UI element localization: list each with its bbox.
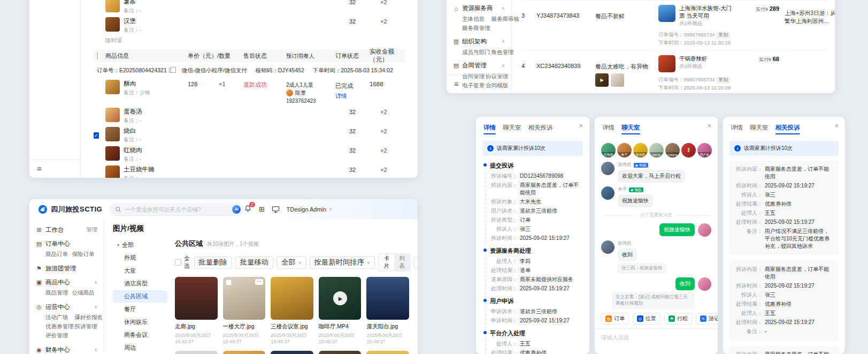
sidebar-group-title[interactable]: ▥组织架构∧ bbox=[453, 36, 505, 47]
file-card[interactable] bbox=[175, 351, 218, 354]
collapse-menu-icon[interactable]: ≡ bbox=[447, 74, 511, 93]
keyword-search[interactable] bbox=[414, 257, 418, 269]
sidebar-item[interactable]: 角色管理 bbox=[491, 48, 514, 56]
tree-item[interactable]: 外观 bbox=[113, 252, 167, 264]
avatar[interactable] bbox=[698, 277, 711, 291]
account-menu[interactable]: TDesign Admin ∨ bbox=[287, 206, 332, 213]
select-all-checkbox[interactable]: 全选 bbox=[175, 255, 190, 270]
tree-item[interactable]: 休闲娱乐 bbox=[113, 316, 167, 328]
nav-item[interactable]: 商品管理 bbox=[45, 288, 71, 297]
chevron-up-icon[interactable]: ∧ bbox=[94, 305, 97, 310]
file-card[interactable] bbox=[319, 351, 362, 354]
tree-item[interactable]: 餐厅 bbox=[113, 303, 167, 315]
tree-item[interactable]: ▾全部 bbox=[113, 239, 167, 251]
list-view-tab[interactable]: 列表 bbox=[394, 254, 410, 270]
nav-item[interactable]: 商品订单 bbox=[45, 250, 71, 259]
copy-icon[interactable] bbox=[169, 68, 173, 73]
chat-member-avatar[interactable]: ‖ bbox=[681, 143, 696, 157]
chat-member-avatar[interactable]: 用户名 bbox=[697, 143, 712, 157]
chat-member-avatar[interactable]: 张伟然 bbox=[633, 143, 648, 157]
quick-action-位置[interactable]: ◎位置 bbox=[633, 313, 660, 325]
chat-member-avatar[interactable]: magna bbox=[665, 143, 680, 157]
tree-item[interactable]: 周边 bbox=[113, 342, 167, 354]
copy-tag[interactable]: 复制 bbox=[716, 77, 730, 84]
copy-tag[interactable]: 复制 bbox=[716, 32, 730, 39]
nav-item[interactable]: 优惠券管理 bbox=[45, 322, 74, 331]
chat-member-avatar[interactable]: 米干 bbox=[617, 143, 632, 157]
file-card[interactable] bbox=[271, 351, 313, 354]
nav-item[interactable]: 公域商品 bbox=[72, 288, 98, 297]
file-thumbnail[interactable] bbox=[271, 277, 313, 320]
close-icon[interactable]: × bbox=[579, 123, 583, 129]
nav-group-title[interactable]: ⚑旅游团管理 bbox=[36, 263, 97, 274]
quick-action-游记[interactable]: ✎游记 bbox=[696, 313, 718, 325]
product-image[interactable] bbox=[105, 0, 120, 12]
dashboard-screen-icon[interactable] bbox=[272, 206, 280, 213]
file-card[interactable]: 三楼会议室.jpg2025年08月29日15:49:37 bbox=[271, 277, 313, 344]
tab-聊天室[interactable]: 聊天室 bbox=[621, 124, 640, 134]
file-thumbnail[interactable] bbox=[175, 351, 218, 354]
tab-聊天室[interactable]: 聊天室 bbox=[503, 124, 521, 134]
product-image[interactable] bbox=[658, 55, 675, 72]
sort-select[interactable]: 按最新时间排序∨ bbox=[310, 257, 375, 269]
close-icon[interactable]: × bbox=[835, 123, 839, 129]
sidebar-item[interactable]: 服务商审核 bbox=[491, 14, 520, 23]
tab-聊天室[interactable]: 聊天室 bbox=[750, 124, 769, 134]
sidebar-item[interactable]: 服务商管理 bbox=[462, 24, 490, 32]
row-checkbox[interactable]: ✓ bbox=[94, 132, 99, 139]
tree-item[interactable]: 酒店房型 bbox=[113, 277, 167, 290]
nav-item[interactable]: 活动广场 bbox=[45, 313, 74, 322]
nav-item[interactable]: 投诉管理 bbox=[75, 322, 103, 331]
nav-group-title[interactable]: ◎运营中心∧ bbox=[36, 302, 97, 312]
notification-bell[interactable]: 2 bbox=[244, 205, 252, 214]
nav-group-title[interactable]: ◉财务中心∧ bbox=[36, 344, 97, 354]
global-search-input[interactable] bbox=[125, 206, 229, 213]
tab-详情[interactable]: 详情 bbox=[483, 124, 496, 134]
file-card[interactable]: 露天阳台.jpg2025年08月29日15:49:37 bbox=[366, 277, 409, 344]
tab-相关投诉[interactable]: 相关投诉 bbox=[528, 124, 553, 134]
tab-详情[interactable]: 详情 bbox=[731, 124, 743, 134]
product-image[interactable] bbox=[105, 165, 120, 178]
file-card[interactable] bbox=[366, 351, 409, 354]
tree-item[interactable]: 商务会议 bbox=[113, 329, 167, 341]
tree-item[interactable]: 公共区域 bbox=[113, 290, 167, 303]
quick-action-订单[interactable]: ▤订单 bbox=[601, 313, 629, 325]
avatar[interactable] bbox=[601, 186, 614, 200]
file-thumbnail[interactable]: ⋯ bbox=[223, 277, 266, 320]
product-image[interactable] bbox=[105, 146, 120, 161]
sidebar-item[interactable]: 成员与部门 bbox=[462, 48, 490, 56]
chevron-up-icon[interactable]: ∧ bbox=[94, 280, 97, 285]
avatar[interactable] bbox=[601, 162, 614, 175]
global-search[interactable]: AI bbox=[110, 203, 243, 216]
file-thumbnail[interactable]: ▶ bbox=[319, 277, 362, 320]
ai-assistant-icon[interactable]: AI bbox=[232, 205, 241, 214]
chevron-up-icon[interactable]: ∧ bbox=[502, 6, 505, 11]
collapse-menu-icon[interactable]: ≡ bbox=[29, 159, 80, 178]
file-checkbox[interactable] bbox=[226, 280, 232, 285]
quick-action-行程[interactable]: ⚑行程 bbox=[664, 313, 692, 325]
attachment-video-thumb[interactable]: ▶ bbox=[595, 73, 609, 87]
avatar[interactable] bbox=[601, 240, 614, 254]
file-card[interactable]: ⋯一楼大厅.jpg2025年08月29日15:49:37 bbox=[223, 277, 266, 344]
chevron-up-icon[interactable]: ∧ bbox=[502, 63, 505, 68]
tab-详情[interactable]: 详情 bbox=[602, 124, 614, 134]
nav-item[interactable]: 管理 bbox=[86, 226, 97, 234]
file-thumbnail[interactable] bbox=[366, 277, 409, 320]
chevron-up-icon[interactable]: ∧ bbox=[94, 348, 97, 352]
select-all-checkbox[interactable] bbox=[97, 52, 98, 59]
nav-item[interactable]: 爆好价报名 bbox=[75, 313, 103, 322]
file-thumbnail[interactable] bbox=[223, 351, 266, 354]
product-image[interactable] bbox=[658, 5, 675, 22]
batch-delete-button[interactable]: 批量删除 bbox=[194, 257, 232, 269]
sidebar-group-title[interactable]: ⌂资源服务商∧ bbox=[453, 3, 505, 13]
more-actions-icon[interactable]: ⋯ bbox=[255, 279, 263, 285]
chat-member-avatar[interactable]: 大熊猫 bbox=[601, 143, 616, 157]
order-detail-link[interactable]: 详情 bbox=[335, 91, 370, 101]
chevron-up-icon[interactable]: ∧ bbox=[502, 39, 505, 44]
batch-move-button[interactable]: 批量移动 bbox=[235, 257, 273, 269]
file-thumbnail[interactable] bbox=[366, 351, 409, 354]
tab-相关投诉[interactable]: 相关投诉 bbox=[775, 124, 800, 134]
nav-item[interactable]: 评价管理 bbox=[45, 331, 74, 340]
file-thumbnail[interactable] bbox=[175, 277, 218, 320]
play-icon[interactable]: ▶ bbox=[333, 291, 347, 305]
